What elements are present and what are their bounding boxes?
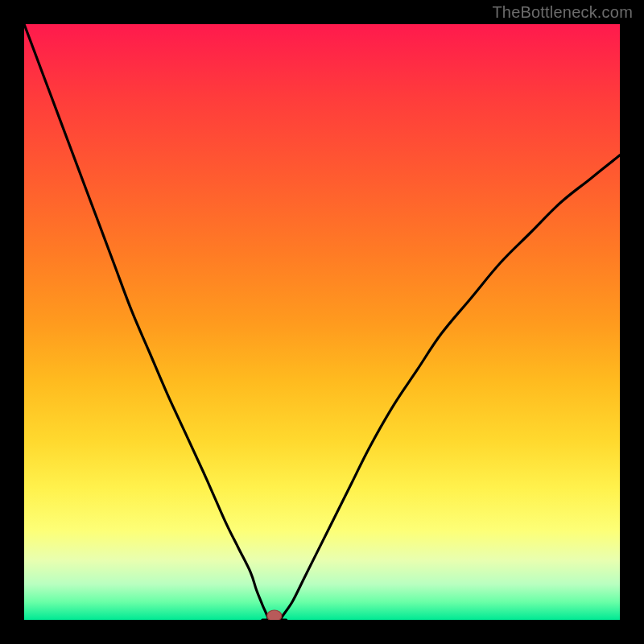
chart-frame: TheBottleneck.com <box>0 0 644 644</box>
bottleneck-curve <box>24 24 620 620</box>
minimum-marker <box>267 610 282 620</box>
watermark-text: TheBottleneck.com <box>492 3 633 22</box>
bottleneck-curve-svg <box>24 24 620 620</box>
plot-area <box>24 24 620 620</box>
